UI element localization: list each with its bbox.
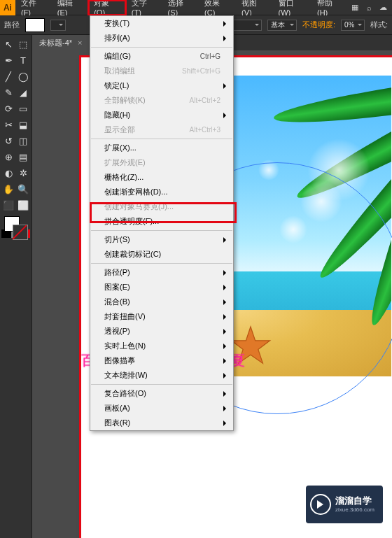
fill-stroke-control[interactable]: [1, 213, 30, 244]
menu-item[interactable]: 切片(S): [90, 232, 233, 247]
menu-item: 创建对象马赛克(J)...: [90, 199, 233, 214]
menu-item[interactable]: 透视(P): [90, 324, 233, 339]
fill-swatch[interactable]: [25, 18, 45, 32]
menu-separator: [91, 230, 232, 231]
menu-separator: [91, 263, 232, 264]
menu-item[interactable]: 图案(E): [90, 280, 233, 295]
menu-item[interactable]: 创建渐变网格(D)...: [90, 185, 233, 199]
menu-item[interactable]: 排列(A): [90, 31, 233, 45]
menu-item[interactable]: 创建裁切标记(C): [90, 247, 233, 262]
app-logo: Ai: [0, 0, 15, 15]
object-menu: 变换(T)排列(A)编组(G)Ctrl+G取消编组Shift+Ctrl+G锁定(…: [90, 15, 234, 431]
tool-13[interactable]: ◫: [16, 133, 30, 148]
search-icon[interactable]: ⌕: [363, 1, 375, 14]
path-label: 路径: [4, 20, 20, 30]
tool-panel: ↖⬚✒T╱◯✎◢⟳▭✂⬓↺◫⊕▤◐✲✋🔍⬛⬜: [0, 35, 32, 538]
tool-8[interactable]: ⟳: [1, 101, 15, 116]
menu-separator: [91, 384, 232, 385]
tool-9[interactable]: ▭: [16, 101, 30, 116]
menu-帮助[interactable]: 帮助(H): [312, 0, 349, 15]
menu-item[interactable]: 变换(T): [90, 16, 233, 31]
cloud-icon[interactable]: ☁: [377, 1, 389, 14]
opacity-field[interactable]: 0%: [341, 20, 365, 31]
menu-选择[interactable]: 选择(S): [162, 0, 199, 15]
menu-item[interactable]: 画板(A): [90, 401, 233, 416]
menu-separator: [91, 47, 232, 48]
document-title: 未标题-4*: [39, 38, 72, 48]
menu-文件[interactable]: 文件(F): [15, 0, 52, 15]
layout-icon[interactable]: ▦: [349, 1, 361, 14]
style-basic-dropdown[interactable]: 基本: [267, 20, 297, 31]
tool-20[interactable]: ⬛: [1, 197, 15, 213]
tool-10[interactable]: ✂: [1, 117, 15, 132]
menu-视图[interactable]: 视图(V): [236, 0, 272, 15]
menu-item: 显示全部Alt+Ctrl+3: [90, 122, 233, 137]
tool-5[interactable]: ◯: [16, 69, 30, 84]
menu-item[interactable]: 扩展(X)...: [90, 141, 233, 155]
menu-item[interactable]: 编组(G)Ctrl+G: [90, 49, 233, 64]
menu-item: 取消编组Shift+Ctrl+G: [90, 64, 233, 78]
close-icon[interactable]: ×: [78, 38, 82, 47]
tool-1[interactable]: ⬚: [16, 36, 30, 52]
menu-item[interactable]: 图像描摹: [90, 353, 233, 368]
menu-item[interactable]: 路径(P): [90, 265, 233, 280]
tool-0[interactable]: ↖: [1, 36, 15, 52]
tool-2[interactable]: ✒: [1, 52, 15, 68]
menu-item[interactable]: 锁定(L): [90, 78, 233, 93]
menu-item[interactable]: 文本绕排(W): [90, 368, 233, 383]
menu-效果[interactable]: 效果(C): [199, 0, 236, 15]
menu-item: 扩展外观(E): [90, 155, 233, 170]
menu-item[interactable]: 栅格化(Z)...: [90, 170, 233, 185]
menu-item[interactable]: 图表(R): [90, 416, 233, 430]
brand-title: 溜溜自学: [335, 495, 374, 507]
tool-6[interactable]: ✎: [1, 85, 15, 100]
menu-item[interactable]: 封套扭曲(V): [90, 309, 233, 324]
tool-18[interactable]: ✋: [1, 181, 15, 197]
tool-16[interactable]: ◐: [1, 165, 15, 180]
tool-19[interactable]: 🔍: [16, 181, 30, 197]
tool-21[interactable]: ⬜: [16, 197, 30, 213]
style-label: 样式:: [370, 20, 388, 30]
tool-14[interactable]: ⊕: [1, 149, 15, 164]
menu-item[interactable]: 拼合透明度(F)...: [90, 214, 233, 229]
tool-15[interactable]: ▤: [16, 149, 30, 164]
brand-badge: 溜溜自学 zixue.3d66.com: [306, 486, 383, 523]
menu-编辑[interactable]: 编辑(E): [52, 0, 88, 15]
menu-item: 全部解锁(K)Alt+Ctrl+2: [90, 93, 233, 108]
menu-item[interactable]: 混合(B): [90, 295, 233, 309]
tool-4[interactable]: ╱: [1, 69, 15, 84]
tool-12[interactable]: ↺: [1, 133, 15, 148]
menu-item[interactable]: 实时上色(N): [90, 339, 233, 353]
menu-对象[interactable]: 对象(O): [88, 0, 126, 15]
menu-separator: [91, 139, 232, 139]
brand-sub: zixue.3d66.com: [335, 507, 374, 514]
tool-17[interactable]: ✲: [16, 165, 30, 180]
tool-11[interactable]: ⬓: [16, 117, 30, 132]
menubar: Ai 文件(F)编辑(E)对象(O)文字(T)选择(S)效果(C)视图(V)窗口…: [0, 0, 392, 15]
opacity-label: 不透明度:: [302, 20, 335, 30]
menu-item[interactable]: 复合路径(O): [90, 386, 233, 401]
menu-文字[interactable]: 文字(T): [126, 0, 162, 15]
fill-dropdown[interactable]: [50, 20, 66, 31]
menu-窗口[interactable]: 窗口(W): [273, 0, 312, 15]
tool-7[interactable]: ◢: [16, 85, 30, 100]
tool-3[interactable]: T: [16, 52, 30, 68]
document-tab[interactable]: 未标题-4* ×: [32, 35, 90, 50]
menu-item[interactable]: 隐藏(H): [90, 108, 233, 122]
play-icon: [310, 494, 331, 515]
